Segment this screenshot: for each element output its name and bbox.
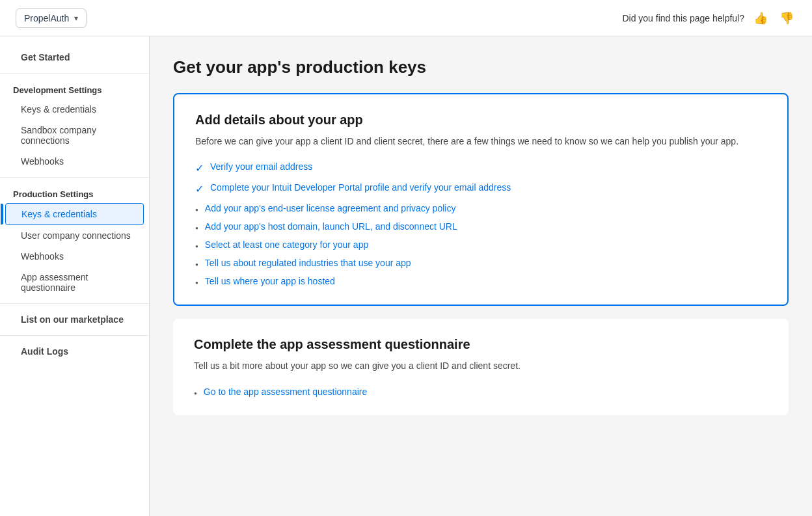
sidebar-divider-4 [0,335,149,336]
list-item: ● Add your app's end-user license agreem… [195,203,766,213]
sidebar-divider-1 [0,73,149,74]
add-details-title: Add details about your app [195,113,766,128]
app-hosted-link[interactable]: Tell us where your app is hosted [205,276,335,286]
helpful-text: Did you find this page helpful? [622,13,744,23]
sidebar-section-dev-settings: Development Settings [0,79,149,99]
top-bar: PropelAuth ▾ Did you find this page help… [0,0,812,36]
page-title: Get your app's production keys [173,57,789,77]
sidebar-item-audit-logs[interactable]: Audit Logs [0,341,149,362]
bullet-icon: ● [194,390,197,396]
chevron-down-icon: ▾ [74,14,78,23]
sidebar-item-prod-keys[interactable]: Keys & credentials [5,203,144,225]
assessment-card: Complete the app assessment questionnair… [173,319,789,414]
bullet-icon: ● [195,225,198,231]
bullet-icon: ● [195,280,198,286]
sidebar-item-get-started[interactable]: Get Started [0,47,149,68]
add-eula-link[interactable]: Add your app's end-user license agreemen… [205,203,456,213]
assessment-checklist: ● Go to the app assessment questionnaire [194,387,768,397]
check-icon: ✓ [195,183,204,195]
thumbs-up-button[interactable]: 👍 [751,10,770,27]
select-category-link[interactable]: Select at least one category for your ap… [205,239,368,250]
helpful-bar: Did you find this page helpful? 👍 👎 [622,10,796,27]
content-area: Get your app's production keys Add detai… [150,36,812,516]
assessment-description: Tell us a bit more about your app so we … [194,359,768,373]
check-icon: ✓ [195,162,204,174]
sidebar-item-dev-webhooks[interactable]: Webhooks [0,151,149,172]
sidebar-divider-2 [0,177,149,178]
sidebar-item-prod-webhooks[interactable]: Webhooks [0,246,149,267]
sidebar-section-prod-settings: Production Settings [0,183,149,203]
thumbs-down-button[interactable]: 👎 [777,10,796,27]
sidebar-divider-3 [0,303,149,304]
bullet-icon: ● [195,243,198,249]
org-name: PropelAuth [24,13,69,23]
assessment-title: Complete the app assessment questionnair… [194,337,768,352]
main-layout: Get Started Development Settings Keys & … [0,36,812,516]
list-item: ✓ Complete your Intuit Developer Portal … [195,182,766,195]
add-domain-link[interactable]: Add your app's host domain, launch URL, … [205,221,457,232]
list-item: ● Select at least one category for your … [195,239,766,250]
go-to-questionnaire-link[interactable]: Go to the app assessment questionnaire [204,387,367,397]
sidebar-item-prod-user-connections[interactable]: User company connections [0,225,149,246]
sidebar-item-marketplace[interactable]: List on our marketplace [0,309,149,330]
org-selector[interactable]: PropelAuth ▾ [16,8,87,28]
active-bar [1,204,3,224]
regulated-industries-link[interactable]: Tell us about regulated industries that … [205,258,411,268]
list-item: ● Go to the app assessment questionnaire [194,387,768,397]
sidebar-item-dev-keys[interactable]: Keys & credentials [0,99,149,120]
add-details-description: Before we can give your app a client ID … [195,134,766,148]
list-item: ● Tell us about regulated industries tha… [195,258,766,268]
sidebar-item-prod-questionnaire[interactable]: App assessment questionnaire [0,267,149,298]
verify-email-link[interactable]: Verify your email address [210,161,312,172]
add-details-checklist: ✓ Verify your email address ✓ Complete y… [195,161,766,286]
add-details-card: Add details about your app Before we can… [173,93,789,306]
sidebar-item-dev-sandbox[interactable]: Sandbox company connections [0,120,149,151]
bullet-icon: ● [195,262,198,267]
bullet-icon: ● [195,207,198,213]
complete-profile-link[interactable]: Complete your Intuit Developer Portal pr… [210,182,511,193]
sidebar: Get Started Development Settings Keys & … [0,36,150,516]
list-item: ● Tell us where your app is hosted [195,276,766,286]
list-item: ● Add your app's host domain, launch URL… [195,221,766,232]
list-item: ✓ Verify your email address [195,161,766,174]
